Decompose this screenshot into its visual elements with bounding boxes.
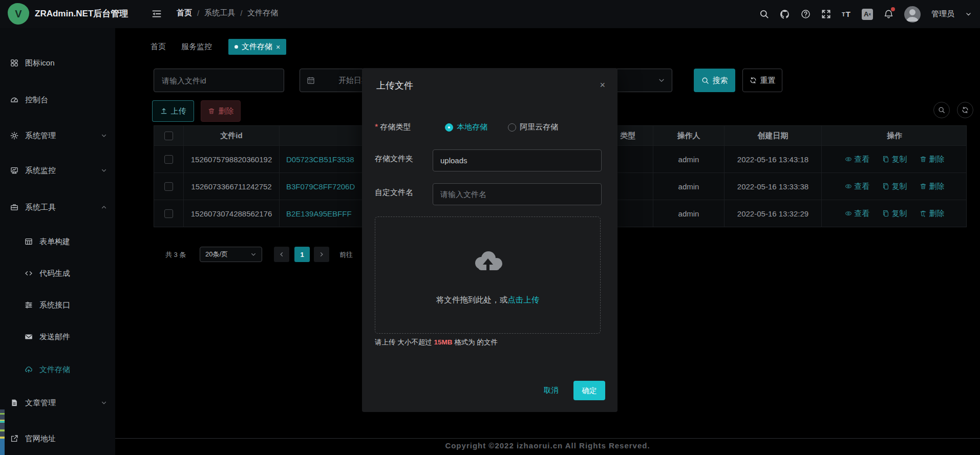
trash-icon bbox=[208, 107, 215, 115]
page-size-select[interactable]: 20条/页 bbox=[200, 247, 262, 262]
radio-local-label[interactable]: 本地存储 bbox=[457, 122, 487, 132]
github-icon[interactable] bbox=[780, 9, 790, 19]
sidebar-item-label: 图标icon bbox=[25, 58, 55, 68]
search-icon bbox=[938, 106, 945, 114]
chevron-down-icon[interactable] bbox=[965, 11, 972, 17]
refresh-icon bbox=[750, 77, 757, 84]
tab-home[interactable]: 首页 bbox=[147, 39, 169, 55]
sidebar-item-label: 系统工具 bbox=[25, 203, 56, 212]
delete-link[interactable]: 删除 bbox=[920, 155, 945, 164]
grid-icon bbox=[10, 59, 18, 67]
row-select-cell[interactable] bbox=[154, 200, 184, 227]
translate-icon[interactable]: Ax bbox=[862, 9, 873, 20]
delete-link[interactable]: 删除 bbox=[920, 209, 945, 219]
row-checkbox[interactable] bbox=[164, 209, 173, 218]
file-id-cell: 1526073074288562176 bbox=[184, 200, 280, 227]
close-tab-icon[interactable]: × bbox=[276, 43, 280, 51]
row-select-cell[interactable] bbox=[154, 146, 184, 172]
filename-field[interactable] bbox=[433, 183, 602, 205]
tab-file-storage[interactable]: 文件存储 × bbox=[228, 39, 286, 55]
breadcrumb-section: 系统工具 bbox=[204, 8, 235, 18]
operator-cell: admin bbox=[653, 146, 725, 172]
sidebar-item-home-clipped[interactable]: 首页 bbox=[0, 28, 115, 35]
logo-letter: V bbox=[15, 8, 22, 20]
font-size-icon[interactable]: TT bbox=[842, 10, 851, 18]
row-checkbox[interactable] bbox=[164, 182, 173, 191]
sidebar-item-system-mgmt[interactable]: 系统管理 bbox=[0, 123, 115, 148]
tab-label: 首页 bbox=[151, 42, 166, 52]
reset-button[interactable]: 重置 bbox=[742, 69, 782, 92]
chevron-up-icon bbox=[101, 204, 107, 210]
file-id-filter[interactable] bbox=[154, 69, 284, 92]
search-button[interactable]: 搜索 bbox=[694, 69, 735, 92]
sidebar-item-console[interactable]: 控制台 bbox=[0, 88, 115, 112]
sidebar-collapse-icon[interactable] bbox=[152, 9, 162, 19]
copy-link[interactable]: 复制 bbox=[882, 209, 907, 219]
folder-field[interactable] bbox=[433, 149, 602, 171]
search-icon[interactable] bbox=[759, 9, 769, 19]
refresh-table-button[interactable] bbox=[957, 102, 973, 118]
tab-label: 文件存储 bbox=[242, 42, 272, 52]
sidebar-item-system-monitor[interactable]: 系统监控 bbox=[0, 158, 115, 183]
notification-bell-icon[interactable] bbox=[884, 9, 893, 19]
sidebar-item-send-mail[interactable]: 发送邮件 bbox=[0, 324, 115, 349]
copy-link[interactable]: 复制 bbox=[882, 182, 907, 191]
col-file-id: 文件id bbox=[184, 126, 280, 145]
select-all-cell[interactable] bbox=[154, 126, 184, 145]
sidebar-item-system-api[interactable]: 系统接口 bbox=[0, 293, 115, 317]
toggle-search-button[interactable] bbox=[933, 102, 950, 118]
filename-input[interactable] bbox=[439, 189, 595, 199]
theme-preview-strip bbox=[0, 409, 5, 455]
user-name[interactable]: 管理员 bbox=[931, 9, 954, 19]
eye-icon bbox=[845, 210, 852, 217]
pagination-total: 共 3 条 bbox=[165, 250, 186, 259]
upload-dropzone[interactable]: 将文件拖到此处，或点击上传 bbox=[375, 216, 601, 334]
fullscreen-icon[interactable] bbox=[821, 9, 831, 19]
row-select-cell[interactable] bbox=[154, 173, 184, 200]
search-button-label: 搜索 bbox=[713, 76, 728, 85]
tab-service-monitor[interactable]: 服务监控 bbox=[178, 39, 215, 55]
cancel-button[interactable]: 取消 bbox=[544, 385, 559, 395]
chevron-down-icon bbox=[101, 400, 107, 406]
select-all-checkbox[interactable] bbox=[164, 132, 173, 140]
row-checkbox[interactable] bbox=[164, 155, 173, 164]
document-icon bbox=[10, 399, 18, 407]
page-number-button[interactable]: 1 bbox=[294, 247, 310, 262]
confirm-button[interactable]: 确定 bbox=[573, 381, 605, 400]
click-upload-link[interactable]: 点击上传 bbox=[507, 295, 539, 304]
sidebar-item-website-link[interactable]: 官网地址 bbox=[0, 426, 115, 451]
upload-button[interactable]: 上传 bbox=[152, 100, 194, 122]
radio-local-storage[interactable] bbox=[445, 123, 453, 132]
help-icon[interactable] bbox=[801, 9, 811, 19]
sidebar-item-code-gen[interactable]: 代码生成 bbox=[0, 261, 115, 286]
view-link[interactable]: 查看 bbox=[845, 209, 870, 219]
prev-page-button[interactable] bbox=[274, 247, 289, 262]
file-id-input[interactable] bbox=[161, 76, 277, 85]
folder-input[interactable] bbox=[439, 156, 595, 165]
tab-label: 服务监控 bbox=[181, 42, 212, 52]
operator-cell: admin bbox=[653, 200, 725, 227]
chevron-down-icon bbox=[658, 77, 665, 84]
refresh-icon bbox=[962, 106, 969, 114]
sidebar-item-form-builder[interactable]: 表单构建 bbox=[0, 229, 115, 254]
sidebar-item-file-storage[interactable]: 文件存储 bbox=[0, 357, 115, 382]
breadcrumb: 首页 / 系统工具 / 文件存储 bbox=[177, 8, 278, 18]
sidebar-item-article-mgmt[interactable]: 文章管理 bbox=[0, 391, 115, 415]
copy-link[interactable]: 复制 bbox=[882, 155, 907, 164]
delete-button[interactable]: 删除 bbox=[201, 100, 241, 122]
breadcrumb-home[interactable]: 首页 bbox=[177, 8, 192, 18]
avatar[interactable] bbox=[904, 6, 921, 23]
reset-button-label: 重置 bbox=[760, 76, 776, 85]
close-dialog-icon[interactable]: × bbox=[600, 80, 605, 90]
view-link[interactable]: 查看 bbox=[845, 182, 870, 191]
app-title: ZRAdmin.NET后台管理 bbox=[35, 8, 128, 19]
view-link[interactable]: 查看 bbox=[845, 155, 870, 164]
next-page-button[interactable] bbox=[314, 247, 329, 262]
radio-aliyun-storage[interactable] bbox=[508, 123, 516, 132]
col-created: 创建日期 bbox=[725, 126, 822, 145]
radio-aliyun-label[interactable]: 阿里云存储 bbox=[520, 122, 558, 132]
sidebar-item-icons[interactable]: 图标icon bbox=[0, 51, 115, 75]
sidebar-item-system-tools[interactable]: 系统工具 bbox=[0, 195, 115, 220]
delete-link[interactable]: 删除 bbox=[920, 182, 945, 191]
col-operator: 操作人 bbox=[653, 126, 725, 145]
